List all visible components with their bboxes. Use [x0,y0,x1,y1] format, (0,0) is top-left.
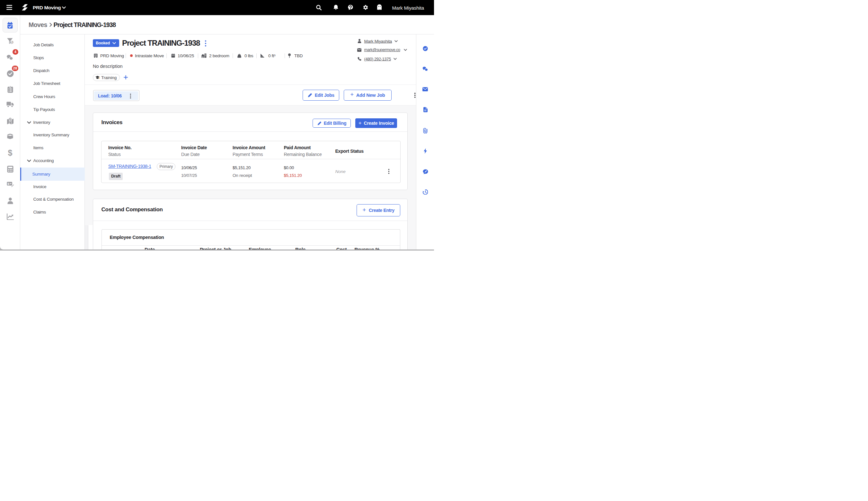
svg-text:$: $ [11,41,12,44]
svg-text:$: $ [7,182,9,185]
